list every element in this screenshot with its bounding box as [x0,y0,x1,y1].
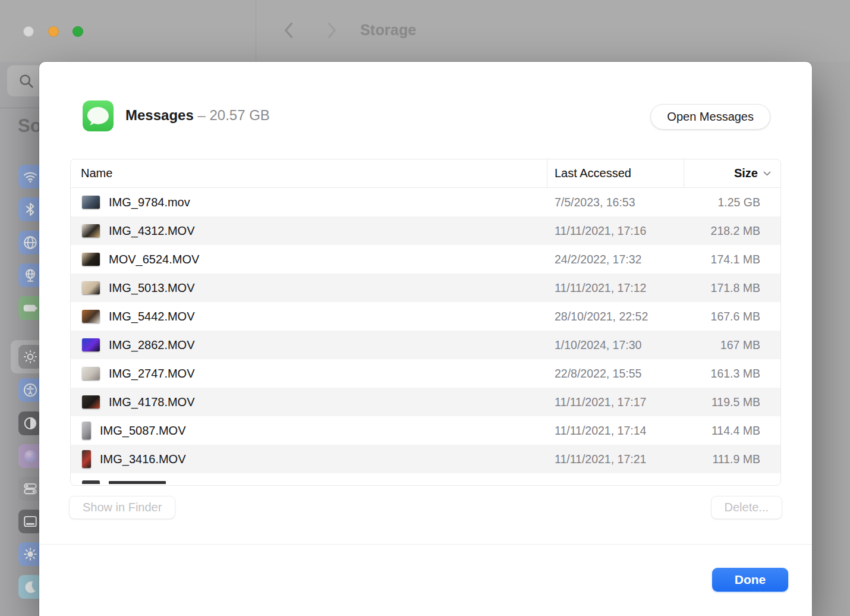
file-last-accessed: 7/5/2023, 16:53 [547,196,684,209]
file-size: 171.8 MB [684,281,780,295]
file-last-accessed: 22/8/2022, 15:55 [547,367,684,381]
file-size: 167 MB [684,338,780,352]
file-row[interactable]: IMG_3416.MOV 11/11/2021, 17:21 111.9 MB [71,445,780,473]
files-table: Name Last Accessed Size IMG_9784.mov 7/5… [70,159,781,486]
battery-icon [23,300,38,316]
video-thumbnail [82,196,100,209]
file-name: IMG_5442.MOV [109,310,195,323]
video-thumbnail [82,281,100,294]
column-header-last-accessed[interactable]: Last Accessed [547,159,684,187]
file-row[interactable]: IMG_9784.mov 7/5/2023, 16:53 1.25 GB [71,188,780,216]
video-thumbnail [82,310,100,323]
storage-detail-dialog: Messages – 20.57 GB Open Messages Name L… [39,62,812,616]
window-titlebar: Storage [0,0,850,62]
file-size: 161.3 MB [684,367,780,381]
vpn-icon [23,268,38,283]
file-size: 111.9 MB [684,452,780,466]
file-last-accessed: 24/2/2022, 17:32 [547,253,684,266]
video-thumbnail [82,480,100,484]
file-size: 1.25 GB [684,196,780,209]
video-thumbnail [82,338,100,351]
desktop-dock-icon [23,514,38,529]
video-thumbnail [82,367,100,380]
sidebar-item-desktop-dock[interactable] [18,510,42,533]
file-row[interactable]: IMG_5087.MOV 11/11/2021, 17:14 114.4 MB [71,416,780,445]
partially-visible-file-row[interactable] [71,473,780,484]
accessibility-icon [23,382,38,398]
bluetooth-icon [23,202,38,217]
file-name: IMG_5013.MOV [109,281,195,295]
file-name: IMG_4312.MOV [109,224,195,238]
show-in-finder-button[interactable]: Show in Finder [69,496,175,519]
video-thumbnail [82,224,100,237]
page-title: Storage [360,21,416,39]
wifi-icon [23,169,38,184]
appearance-icon [23,416,38,431]
file-row[interactable]: IMG_5442.MOV 28/10/2021, 22:52 167.6 MB [71,302,780,331]
file-row[interactable]: IMG_5013.MOV 11/11/2021, 17:12 171.8 MB [71,274,780,302]
app-size-label: – 20.57 GB [194,107,270,123]
file-row[interactable]: IMG_2747.MOV 22/8/2022, 15:55 161.3 MB [71,359,780,388]
messages-app-icon [82,100,114,132]
file-last-accessed: 11/11/2021, 17:16 [547,224,684,238]
search-icon [18,73,34,89]
sidebar-item-battery[interactable] [18,296,42,320]
table-header: Name Last Accessed Size [71,159,780,188]
sidebar-item-wifi[interactable] [18,165,42,188]
delete-button[interactable]: Delete... [711,496,782,519]
profile-name-label: So [18,115,42,137]
file-row[interactable]: IMG_4312.MOV 11/11/2021, 17:16 218.2 MB [71,216,780,245]
file-last-accessed: 1/10/2024, 17:30 [547,338,684,352]
network-icon [23,235,38,250]
sort-chevron-down-icon [762,168,772,178]
sidebar-item-screensaver[interactable] [18,575,42,599]
zoom-window-button[interactable] [73,26,83,37]
video-thumbnail [82,450,91,468]
file-size: 174.1 MB [684,253,780,266]
file-row[interactable]: IMG_2862.MOV 1/10/2024, 17:30 167 MB [71,331,780,359]
table-body: IMG_9784.mov 7/5/2023, 16:53 1.25 GB IMG… [71,188,780,485]
file-name: MOV_6524.MOV [109,253,199,266]
file-last-accessed: 11/11/2021, 17:17 [547,395,684,409]
video-thumbnail [82,395,100,408]
file-row[interactable]: MOV_6524.MOV 24/2/2022, 17:32 174.1 MB [71,245,780,274]
file-name: IMG_2747.MOV [109,367,195,381]
column-header-name[interactable]: Name [71,159,547,187]
sidebar-item-accessibility[interactable] [18,378,42,402]
file-name: IMG_9784.mov [109,196,190,209]
screensaver-icon [23,579,38,595]
footer-divider [39,544,812,545]
column-header-size[interactable]: Size [684,159,780,187]
close-window-button[interactable] [23,26,34,37]
sidebar-item-vpn[interactable] [18,263,42,287]
general-gear-icon [23,349,38,364]
minimize-window-button[interactable] [48,26,59,37]
sidebar-content-divider [256,0,256,62]
open-messages-button[interactable]: Open Messages [650,104,770,130]
sidebar-item-bluetooth[interactable] [18,197,42,221]
forward-icon[interactable] [321,20,341,40]
sidebar-item-appearance[interactable] [18,411,42,435]
file-size: 167.6 MB [684,310,780,323]
sidebar-item-control-center[interactable] [18,477,42,501]
file-name: IMG_2862.MOV [109,338,195,352]
siri-icon [23,448,38,464]
file-name: IMG_4178.MOV [109,395,195,409]
file-last-accessed: 11/11/2021, 17:12 [547,281,684,295]
video-thumbnail [82,253,100,266]
file-size: 218.2 MB [684,224,780,238]
back-icon[interactable] [279,20,300,40]
file-last-accessed: 11/11/2021, 17:14 [547,424,684,438]
file-size: 114.4 MB [684,424,780,438]
done-button[interactable]: Done [712,568,788,592]
file-name: IMG_3416.MOV [100,452,186,466]
sidebar-item-network[interactable] [18,231,42,254]
sidebar-item-displays[interactable] [18,542,42,566]
file-row[interactable]: IMG_4178.MOV 11/11/2021, 17:17 119.5 MB [71,388,780,416]
sidebar-item-general-gear[interactable] [18,345,42,369]
displays-icon [23,546,38,562]
file-last-accessed: 11/11/2021, 17:21 [547,452,684,466]
sidebar-item-siri[interactable] [18,444,42,468]
file-size: 119.5 MB [684,395,780,409]
size-column-label: Size [734,166,758,180]
